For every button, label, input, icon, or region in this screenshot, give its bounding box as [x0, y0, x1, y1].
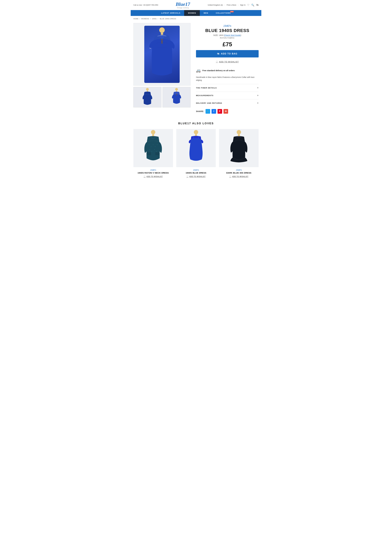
svg-point-21: [156, 151, 157, 152]
related-product-image-1[interactable]: [133, 129, 173, 167]
related-product-title-1: 1940S RAYON V NECK DRESS: [133, 172, 173, 174]
nav-label: WOMEN: [188, 12, 196, 14]
logo[interactable]: Blue17 Vintage clothing: [176, 1, 190, 9]
svg-point-16: [155, 147, 155, 147]
wishlist-label: ADD TO WISHLIST: [147, 176, 163, 177]
svg-point-3: [161, 41, 162, 42]
svg-point-32: [240, 137, 241, 137]
thumbnail-2[interactable]: [162, 87, 190, 107]
svg-point-17: [157, 144, 157, 145]
breadcrumb: HOME / WOMENS / 1940s / BLUE 1940s DRESS: [131, 16, 261, 22]
logo-text: Blue17: [176, 1, 190, 7]
share-email-button[interactable]: ✉: [224, 109, 228, 114]
thumbnail-row: [133, 87, 190, 107]
related-product-title-3: DARK BLUE 40S DRESS: [219, 172, 259, 174]
svg-rect-22: [147, 152, 151, 155]
svg-point-19: [152, 151, 152, 152]
share-label: SHARE:: [196, 110, 204, 112]
bag-icon: 🛍: [217, 53, 220, 55]
thumbnail-1[interactable]: [133, 87, 161, 107]
related-product-card-2: 1940's 1940S BLUE DRESS ♡ ADD TO WISHLIS…: [176, 129, 216, 178]
accordion-label: THE FINER DETAILS: [196, 87, 217, 89]
related-wishlist-button-3[interactable]: ♡ ADD TO WISHLIST: [229, 175, 248, 178]
call-info: Call us now: +44 (0)207-700-2354: [133, 4, 158, 6]
related-product-era-1: 1940's: [133, 169, 173, 171]
svg-point-26: [237, 130, 241, 134]
breadcrumb-home[interactable]: HOME: [133, 18, 139, 20]
svg-point-31: [239, 136, 240, 137]
share-twitter-button[interactable]: 🐦: [205, 109, 210, 114]
add-to-wishlist-button[interactable]: ♡ ADD TO WISHLIST: [196, 59, 259, 64]
related-product-card-3: 1940's DARK BLUE 40S DRESS ♡ ADD TO WISH…: [219, 129, 259, 178]
product-section: 1940's BLUE 1940S DRESS SIZE: UK6 (Check…: [131, 22, 261, 118]
related-product-title-2: 1940S BLUE DRESS: [176, 172, 216, 174]
breadcrumb-current: BLUE 1940s DRESS: [160, 18, 176, 20]
find-store-link[interactable]: Find a Store: [227, 4, 236, 6]
related-product-card-1: 1940's 1940S RAYON V NECK DRESS ♡ ADD TO…: [133, 129, 173, 178]
top-bar-right: United Kingdom (£) | Find a Store | Sign…: [208, 4, 259, 7]
add-to-bag-button[interactable]: 🛍 ADD TO BAG: [196, 50, 259, 57]
svg-point-2: [161, 39, 162, 40]
accordion-label: MEASUREMENTS: [196, 94, 214, 97]
nav-item-men[interactable]: MEN: [200, 10, 212, 16]
share-pinterest-button[interactable]: P: [217, 109, 222, 114]
related-wishlist-button-2[interactable]: ♡ ADD TO WISHLIST: [187, 175, 206, 178]
accordion-finer-details[interactable]: THE FINER DETAILS +: [196, 84, 259, 91]
accordion-delivery-returns[interactable]: DELIVERY AND RETURNS +: [196, 99, 259, 107]
share-facebook-button[interactable]: f: [211, 109, 216, 114]
top-bar: Call us now: +44 (0)207-700-2354 Blue17 …: [131, 0, 261, 10]
size-label: SIZE: UK6: [213, 34, 223, 36]
related-product-era-2: 1940's: [176, 169, 216, 171]
svg-point-20: [154, 149, 155, 150]
related-product-image-3[interactable]: [219, 129, 259, 167]
svg-point-18: [149, 149, 150, 150]
nav-label: COLLECTIONS: [216, 12, 231, 14]
related-wishlist-button-1[interactable]: ♡ ADD TO WISHLIST: [144, 175, 163, 178]
wishlist-heart-icon: ♡: [229, 175, 231, 178]
product-images: [133, 23, 190, 114]
sign-in-link[interactable]: Sign In: [240, 4, 245, 6]
delivery-truck-icon: 🚐: [196, 68, 201, 73]
navigation: LATEST ARRIVALS WOMEN MEN COLLECTIONS NE…: [131, 10, 261, 16]
svg-point-30: [238, 136, 239, 137]
nav-item-collections[interactable]: COLLECTIONS NEW: [212, 10, 235, 16]
also-loves-section: BLUE17 ALSO LOVES: [131, 118, 261, 183]
region-selector[interactable]: United Kingdom (£): [208, 4, 223, 6]
breadcrumb-1940s[interactable]: 1940s: [152, 18, 156, 20]
header-icons: ♡ 🔍 🛍: [247, 4, 259, 7]
svg-point-28: [237, 137, 238, 137]
wishlist-heart-icon: ♡: [187, 175, 189, 178]
related-product-image-2[interactable]: [176, 129, 216, 167]
add-to-bag-label: ADD TO BAG: [221, 53, 237, 55]
wishlist-icon[interactable]: ♡: [247, 4, 249, 7]
wishlist-heart-icon: ♡: [216, 60, 218, 63]
call-label: Call us now:: [133, 4, 142, 6]
product-description: Handmade in blue rayon fabric.Features a…: [196, 76, 259, 82]
product-fabric: RAYON FABRIC: [196, 37, 259, 39]
svg-point-7: [175, 88, 178, 91]
svg-point-29: [238, 136, 238, 137]
product-era: 1940's: [196, 24, 259, 28]
nav-label: LATEST ARRIVALS: [161, 12, 181, 14]
product-info: 1940's BLUE 1940S DRESS SIZE: UK6 (Check…: [196, 23, 259, 114]
nav-item-latest-arrivals[interactable]: LATEST ARRIVALS: [157, 10, 184, 16]
search-icon[interactable]: 🔍: [251, 4, 254, 7]
nav-item-women[interactable]: WOMEN: [184, 10, 200, 16]
svg-point-10: [176, 95, 177, 95]
accordion-measurements[interactable]: MEASUREMENTS +: [196, 91, 259, 99]
also-loves-title: BLUE17 ALSO LOVES: [133, 122, 259, 125]
accordion-expand-icon: +: [257, 86, 259, 89]
breadcrumb-womens[interactable]: WOMENS: [141, 18, 149, 20]
svg-point-5: [146, 88, 149, 91]
main-product-image[interactable]: [133, 23, 190, 86]
share-row: SHARE: 🐦 f P ✉: [196, 107, 259, 114]
logo-sub: Vintage clothing: [176, 7, 190, 9]
delivery-text: Free standard delivery on all orders: [203, 70, 235, 72]
cart-icon[interactable]: 🛍: [256, 4, 259, 7]
accordion-expand-icon: +: [257, 94, 259, 97]
svg-point-14: [151, 147, 151, 147]
svg-point-15: [153, 144, 154, 145]
related-product-era-3: 1940's: [219, 169, 259, 171]
wishlist-label: ADD TO WISHLIST: [189, 176, 206, 177]
size-guide-link[interactable]: Check Sizd Guide: [224, 34, 240, 36]
